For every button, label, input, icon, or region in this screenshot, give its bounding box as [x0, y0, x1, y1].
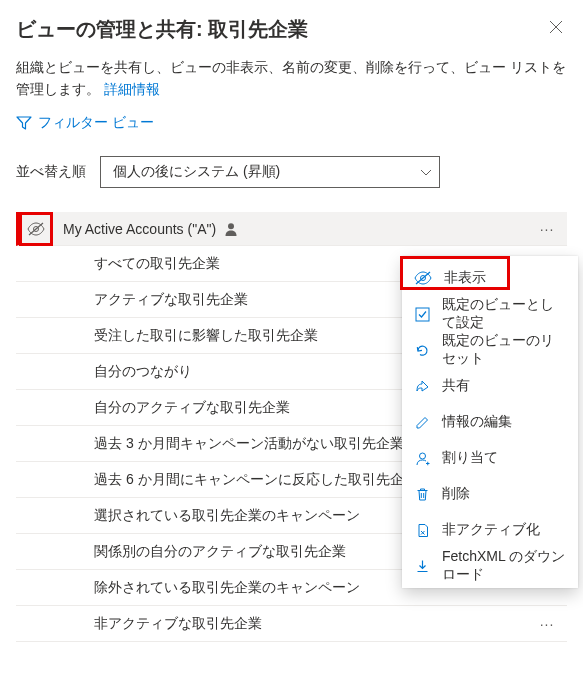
menu-delete[interactable]: 削除 — [402, 476, 578, 512]
svg-point-6 — [419, 453, 425, 459]
reset-icon — [414, 342, 430, 358]
learn-more-link[interactable]: 詳細情報 — [104, 81, 160, 97]
menu-set-default[interactable]: 既定のビューとして設定 — [402, 296, 578, 332]
menu-item-label: 削除 — [442, 485, 470, 503]
more-button[interactable]: ··· — [533, 221, 561, 237]
menu-share[interactable]: 共有 — [402, 368, 578, 404]
context-menu: 非表示 既定のビューとして設定 既定のビューのリセット 共有 情報の編集 割り当… — [402, 256, 578, 588]
set-default-icon — [414, 306, 430, 322]
sort-label: 並べ替え順 — [16, 163, 86, 181]
download-icon — [414, 558, 430, 574]
assign-icon — [414, 450, 430, 466]
delete-icon — [414, 486, 430, 502]
menu-hide[interactable]: 非表示 — [402, 260, 578, 296]
menu-item-label: 既定のビューとして設定 — [442, 296, 566, 332]
menu-item-label: 非アクティブ化 — [442, 521, 540, 539]
share-icon — [414, 378, 430, 394]
filter-view-button[interactable]: フィルター ビュー — [16, 114, 567, 132]
svg-point-2 — [228, 223, 234, 229]
menu-item-label: FetchXML のダウンロード — [442, 548, 566, 584]
list-item[interactable]: My Active Accounts ("A") ··· — [16, 212, 567, 246]
description-text: 組織とビューを共有し、ビューの非表示、名前の変更、削除を行って、ビュー リストを… — [16, 59, 566, 97]
menu-item-label: 共有 — [442, 377, 470, 395]
hide-icon — [27, 222, 45, 236]
close-button[interactable] — [545, 16, 567, 42]
filter-view-label: フィルター ビュー — [38, 114, 154, 132]
menu-reset-default[interactable]: 既定のビューのリセット — [402, 332, 578, 368]
more-button[interactable]: ··· — [533, 616, 561, 632]
menu-download-fetchxml[interactable]: FetchXML のダウンロード — [402, 548, 578, 584]
panel-title: ビューの管理と共有: 取引先企業 — [16, 16, 308, 43]
sort-select[interactable]: 個人の後にシステム (昇順) — [100, 156, 440, 188]
menu-item-label: 既定のビューのリセット — [442, 332, 566, 368]
menu-assign[interactable]: 割り当て — [402, 440, 578, 476]
filter-icon — [16, 116, 32, 130]
list-item-label: 非アクティブな取引先企業 — [50, 615, 533, 633]
panel-description: 組織とビューを共有し、ビューの非表示、名前の変更、削除を行って、ビュー リストを… — [16, 57, 567, 100]
person-icon — [224, 222, 238, 236]
svg-rect-5 — [416, 308, 429, 321]
menu-deactivate[interactable]: 非アクティブ化 — [402, 512, 578, 548]
close-icon — [549, 20, 563, 34]
menu-item-label: 割り当て — [442, 449, 498, 467]
sort-select-value: 個人の後にシステム (昇順) — [113, 163, 280, 181]
deactivate-icon — [414, 522, 430, 538]
edit-icon — [414, 414, 430, 430]
menu-item-label: 情報の編集 — [442, 413, 512, 431]
visibility-toggle[interactable] — [19, 212, 53, 246]
list-item[interactable]: 非アクティブな取引先企業··· — [16, 606, 567, 642]
list-item-label: My Active Accounts ("A") — [63, 221, 216, 237]
menu-item-label: 非表示 — [444, 269, 486, 287]
hide-icon — [414, 270, 432, 286]
menu-edit-info[interactable]: 情報の編集 — [402, 404, 578, 440]
chevron-down-icon — [419, 164, 431, 180]
